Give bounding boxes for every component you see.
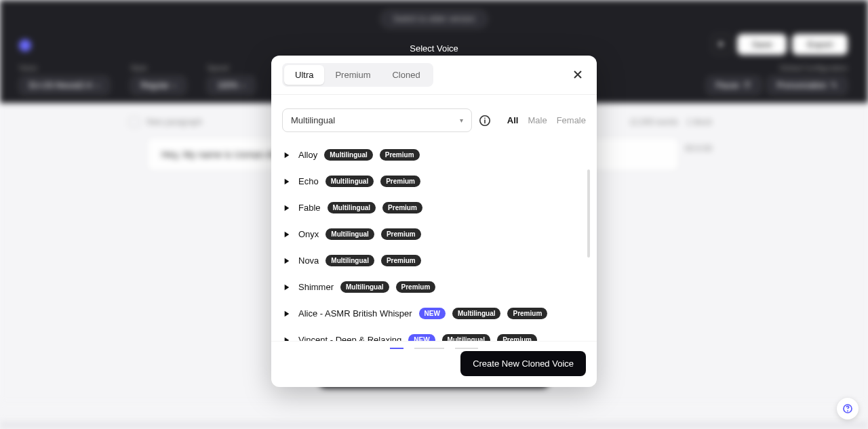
tab-cloned[interactable]: Cloned <box>381 65 431 85</box>
premium-badge: Premium <box>381 255 421 266</box>
voice-name: Vincent - Deep & Relaxing <box>298 335 401 341</box>
multilingual-badge: Multilingual <box>324 149 373 161</box>
voice-item[interactable]: NovaMultilingualPremium <box>282 247 586 274</box>
tab-premium[interactable]: Premium <box>324 65 381 85</box>
voice-tier-tabs: Ultra Premium Cloned <box>282 63 433 87</box>
voice-name: Shimmer <box>298 282 334 292</box>
voice-item[interactable]: Alice - ASMR British WhisperNEWMultiling… <box>282 300 586 327</box>
multilingual-badge: Multilingual <box>326 255 374 266</box>
select-voice-modal: Select Voice Ultra Premium Cloned Multil… <box>271 56 597 387</box>
create-cloned-voice-button[interactable]: Create New Cloned Voice <box>460 351 586 376</box>
voice-list: AlloyMultilingualPremiumEchoMultilingual… <box>271 138 597 341</box>
voice-name: Onyx <box>298 229 319 239</box>
filter-male[interactable]: Male <box>528 115 547 125</box>
scrollbar[interactable] <box>587 169 590 258</box>
play-icon[interactable] <box>283 283 292 291</box>
multilingual-badge: Multilingual <box>442 334 491 341</box>
voice-name: Alice - ASMR British Whisper <box>298 308 412 319</box>
multilingual-badge: Multilingual <box>328 202 376 213</box>
tab-ultra[interactable]: Ultra <box>284 65 324 85</box>
premium-badge: Premium <box>381 228 421 240</box>
voice-item[interactable]: AlloyMultilingualPremium <box>282 142 586 168</box>
voice-name: Echo <box>298 176 319 186</box>
pager <box>390 348 478 349</box>
premium-badge: Premium <box>380 149 420 161</box>
voice-item[interactable]: ShimmerMultilingualPremium <box>282 274 586 300</box>
close-button[interactable] <box>571 68 585 81</box>
premium-badge: Premium <box>382 202 422 213</box>
play-icon[interactable] <box>283 230 292 239</box>
language-select[interactable]: Multilingual ▾ <box>282 108 472 132</box>
play-icon[interactable] <box>283 204 292 212</box>
play-icon[interactable] <box>283 336 292 342</box>
voice-name: Nova <box>298 256 319 266</box>
voice-item[interactable]: EchoMultilingualPremium <box>282 168 586 195</box>
voice-item[interactable]: Vincent - Deep & RelaxingNEWMultilingual… <box>282 327 586 341</box>
multilingual-badge: Multilingual <box>340 281 389 293</box>
modal-title: Select Voice <box>410 43 458 54</box>
multilingual-badge: Multilingual <box>326 176 374 187</box>
premium-badge: Premium <box>396 281 436 293</box>
play-icon[interactable] <box>283 151 292 159</box>
filter-female[interactable]: Female <box>557 115 586 125</box>
new-badge: NEW <box>408 334 435 341</box>
info-icon[interactable] <box>479 115 491 127</box>
premium-badge: Premium <box>507 308 547 319</box>
multilingual-badge: Multilingual <box>326 228 374 240</box>
voice-name: Fable <box>298 203 321 213</box>
play-icon[interactable] <box>283 310 292 318</box>
premium-badge: Premium <box>380 176 420 187</box>
pager-dot-3[interactable] <box>455 348 478 349</box>
voice-name: Alloy <box>298 150 317 160</box>
pager-dot-2[interactable] <box>414 348 444 349</box>
pager-dot-1[interactable] <box>390 348 403 349</box>
voice-item[interactable]: FableMultilingualPremium <box>282 195 586 221</box>
chevron-down-icon: ▾ <box>460 117 463 124</box>
multilingual-badge: Multilingual <box>452 308 501 319</box>
filter-all[interactable]: All <box>507 115 519 125</box>
play-icon[interactable] <box>283 178 292 186</box>
play-icon[interactable] <box>283 257 292 265</box>
new-badge: NEW <box>419 308 446 319</box>
premium-badge: Premium <box>497 334 537 341</box>
close-icon <box>572 69 583 80</box>
voice-item[interactable]: OnyxMultilingualPremium <box>282 221 586 247</box>
language-selected-value: Multilingual <box>291 115 335 125</box>
